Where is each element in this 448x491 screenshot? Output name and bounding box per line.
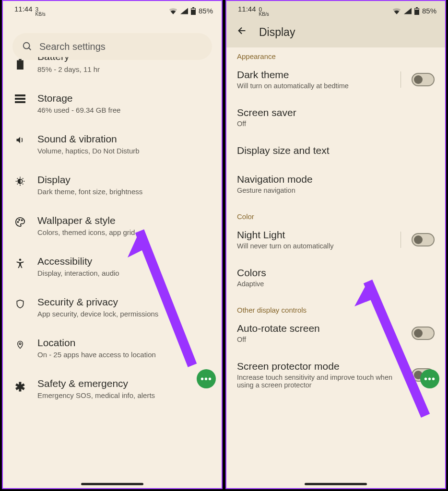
settings-item-accessibility[interactable]: Accessibility Display, interaction, audi…: [3, 246, 222, 287]
row-sub: Emergency SOS, medical info, alerts: [37, 391, 212, 399]
status-kbs: 3KB/s: [35, 7, 46, 17]
pref-title: Night Light: [237, 229, 395, 241]
svg-rect-17: [416, 7, 418, 8]
status-time: 11:44: [14, 5, 33, 13]
dark-theme-toggle[interactable]: [412, 73, 435, 86]
pref-sub: Off: [237, 120, 400, 128]
pref-title: Screen saver: [237, 107, 435, 118]
divider: [401, 232, 401, 248]
svg-point-14: [19, 258, 22, 261]
arrow-left-icon: [237, 25, 248, 36]
night-light-toggle[interactable]: [412, 233, 435, 246]
svg-point-13: [22, 220, 23, 221]
pref-night-light[interactable]: Night Light Will never turn on automatic…: [226, 221, 445, 258]
row-sub: 85% - 2 days, 11 hr: [37, 65, 212, 73]
wifi-icon: [169, 8, 177, 14]
row-sub: On - 25 apps have access to location: [37, 351, 212, 359]
row-title: Safety & emergency: [37, 378, 212, 389]
search-icon: [22, 41, 33, 52]
settings-item-storage[interactable]: Storage 46% used - 69.34 GB free: [3, 83, 222, 124]
svg-line-4: [29, 48, 31, 50]
nav-handle[interactable]: [305, 483, 367, 485]
pref-screen-protector[interactable]: Screen protector mode Increase touch sen…: [226, 352, 445, 397]
settings-item-sound[interactable]: Sound & vibration Volume, haptics, Do No…: [3, 124, 222, 164]
auto-rotate-toggle[interactable]: [412, 327, 435, 340]
asterisk-icon: ✱: [13, 378, 27, 395]
row-title: Storage: [37, 93, 212, 104]
svg-point-11: [17, 222, 18, 222]
pref-display-size[interactable]: Display size and text: [226, 136, 445, 165]
storage-icon: [13, 93, 27, 103]
pref-title: Display size and text: [237, 145, 435, 156]
pref-navigation-mode[interactable]: Navigation mode Gesture navigation: [226, 165, 445, 203]
pref-screen-saver[interactable]: Screen saver Off: [226, 98, 445, 136]
row-title: Accessibility: [37, 256, 212, 267]
settings-item-wallpaper[interactable]: Wallpaper & style Colors, themed icons, …: [3, 205, 222, 246]
pref-title: Dark theme: [237, 69, 395, 81]
location-icon: [13, 337, 27, 351]
pref-title: Navigation mode: [237, 174, 435, 185]
display-settings-screen: 11:44 0KB/s 85% Display Appearance Dark …: [225, 0, 446, 489]
pref-title: Screen protector mode: [237, 361, 406, 372]
pref-title: Auto-rotate screen: [237, 323, 406, 334]
settings-item-security[interactable]: Security & privacy App security, device …: [3, 287, 222, 327]
row-title: Display: [37, 174, 212, 186]
status-bar: 11:44 3KB/s 85%: [3, 1, 222, 19]
pref-sub: Will never turn on automatically: [237, 242, 395, 250]
pref-sub: Adaptive: [237, 280, 400, 288]
battery-percent: 85%: [199, 7, 213, 15]
wifi-icon: [392, 8, 401, 14]
settings-item-display[interactable]: Display Dark theme, font size, brightnes…: [3, 164, 222, 205]
search-placeholder: Search settings: [39, 41, 106, 52]
dots-icon: •••: [200, 374, 212, 385]
row-title: Wallpaper & style: [37, 215, 212, 226]
row-sub: Colors, themed icons, app grid: [37, 228, 212, 236]
row-sub: Volume, haptics, Do Not Disturb: [37, 147, 212, 155]
pref-auto-rotate[interactable]: Auto-rotate screen Off: [226, 314, 445, 352]
svg-rect-1: [192, 7, 194, 8]
row-sub: App security, device lock, permissions: [37, 310, 212, 318]
settings-list: Battery 85% - 2 days, 11 hr Storage 46% …: [3, 54, 222, 409]
signal-icon: [180, 8, 188, 14]
battery-percent: 85%: [422, 7, 436, 15]
pref-colors[interactable]: Colors Adaptive: [226, 258, 445, 296]
settings-item-battery[interactable]: Battery 85% - 2 days, 11 hr: [3, 55, 222, 83]
status-icons: 85%: [392, 7, 436, 15]
settings-item-safety[interactable]: ✱ Safety & emergency Emergency SOS, medi…: [3, 368, 222, 409]
palette-icon: [13, 215, 27, 227]
row-sub: Dark theme, font size, brightness: [37, 187, 212, 196]
nav-handle[interactable]: [81, 483, 143, 485]
pref-sub: Increase touch sensitivity and improve t…: [237, 374, 400, 389]
section-appearance: Appearance: [226, 47, 445, 60]
svg-rect-2: [191, 9, 195, 10]
divider: [401, 71, 401, 88]
row-title: Security & privacy: [37, 296, 212, 308]
display-header: Display: [226, 19, 445, 47]
shield-icon: [13, 296, 27, 310]
svg-rect-7: [15, 94, 25, 96]
page-title: Display: [259, 26, 295, 39]
row-title: Sound & vibration: [37, 133, 212, 145]
svg-rect-18: [415, 9, 419, 10]
svg-rect-9: [15, 101, 25, 103]
dots-icon: •••: [424, 374, 436, 385]
pref-dark-theme[interactable]: Dark theme Will turn on automatically at…: [226, 60, 445, 98]
signal-icon: [404, 8, 412, 14]
sound-icon: [13, 133, 27, 145]
settings-main-screen: 11:44 3KB/s 85% Search settings Battery …: [2, 0, 223, 489]
svg-rect-6: [19, 59, 22, 60]
status-bar: 11:44 0KB/s 85%: [226, 1, 445, 19]
svg-rect-8: [15, 98, 25, 100]
fab-more[interactable]: •••: [420, 369, 439, 388]
back-button[interactable]: [237, 25, 248, 39]
display-icon: [13, 174, 27, 187]
battery-icon: [13, 57, 27, 70]
pref-title: Colors: [237, 267, 435, 279]
fab-more[interactable]: •••: [197, 369, 216, 388]
row-sub: Display, interaction, audio: [37, 269, 212, 277]
pref-sub: Off: [237, 336, 400, 343]
settings-item-location[interactable]: Location On - 25 apps have access to loc…: [3, 327, 222, 368]
svg-point-3: [24, 43, 30, 49]
svg-rect-5: [17, 60, 24, 70]
status-kbs: 0KB/s: [259, 7, 269, 17]
